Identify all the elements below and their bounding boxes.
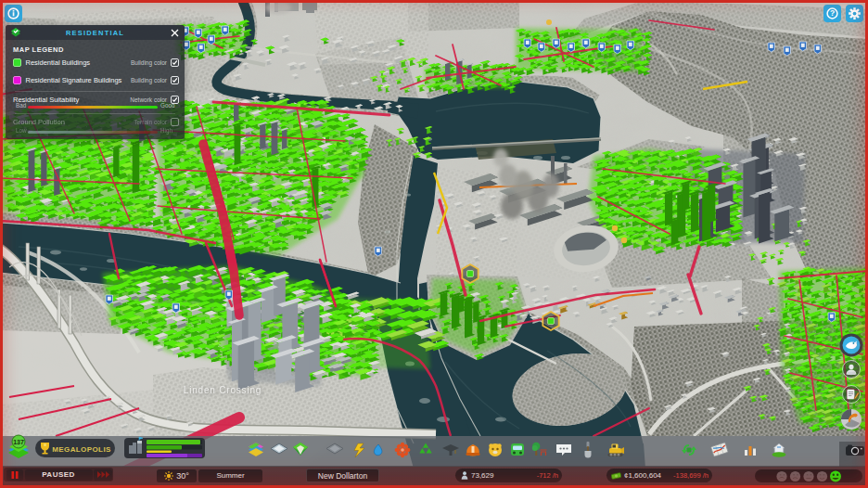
svg-text:?: ? (830, 8, 835, 18)
svg-text:137: 137 (13, 439, 24, 445)
svg-text:Linden Crossing: Linden Crossing (184, 385, 262, 395)
svg-text:MEGALOPOLIS: MEGALOPOLIS (52, 445, 111, 454)
